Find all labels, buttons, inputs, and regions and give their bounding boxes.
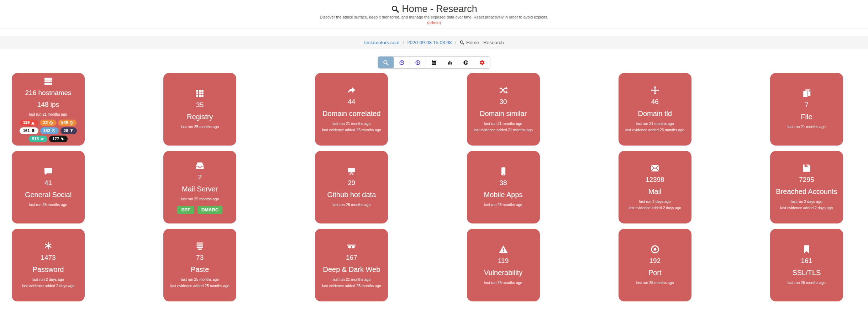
admin-link[interactable]: (admin) xyxy=(427,21,441,25)
count-badge-warning: 119 xyxy=(20,120,38,126)
card-general-social[interactable]: 41General Sociallast run 25 months ago xyxy=(12,151,85,223)
card-tags: SPFDMARC xyxy=(177,206,222,214)
presentation-icon xyxy=(347,167,356,176)
card-meta-line: last run 2 days ago xyxy=(22,276,75,283)
files-icon xyxy=(802,89,811,98)
card-meta-line: last run 2 days ago xyxy=(780,198,833,205)
card-meta-line: last run 25 months ago xyxy=(29,201,67,208)
card-meta-line: last run 25 months ago xyxy=(332,201,370,208)
badge-row: 16119228 xyxy=(20,127,77,134)
card-meta-line: last run 21 months ago xyxy=(625,120,684,127)
card-meta-line: last run 25 months ago xyxy=(170,276,230,283)
count-badge-exchange: 515 xyxy=(29,136,47,142)
exchange-icon xyxy=(40,137,44,141)
gear-icon xyxy=(479,60,485,65)
card-meta-line: last run 25 months ago xyxy=(636,279,674,286)
card-count: 29 xyxy=(348,179,355,187)
breadcrumb-bar: teslamotors.com/2020-09-08 15:03:08/Home… xyxy=(0,36,868,49)
ban-icon xyxy=(69,121,73,125)
warning-icon xyxy=(31,121,35,125)
breadcrumb-item-teslamotors-com[interactable]: teslamotors.com xyxy=(364,40,399,45)
card-count: 46 xyxy=(651,98,659,106)
card-meta: last run 25 months ago xyxy=(636,279,674,286)
card-meta-line: last evidence added 21 months ago xyxy=(474,127,533,133)
card-meta-line: last run 25 months ago xyxy=(484,201,522,208)
cards-row: 1473Passwordlast run 2 days agolast evid… xyxy=(12,229,843,301)
card-meta: last run 21 months agolast evidence adde… xyxy=(322,276,381,289)
card-label: Breached Accounts xyxy=(776,187,837,196)
bars-icon xyxy=(447,60,453,65)
card-file[interactable]: 7Filelast run 21 months ago xyxy=(770,73,843,146)
card-count: 41 xyxy=(44,179,52,187)
card-count: 35 xyxy=(196,101,204,109)
card-216-hostnames[interactable]: 216 hostnames148 ipslast run 21 months a… xyxy=(12,73,85,146)
toolbar-button-research[interactable] xyxy=(378,57,394,68)
card-github-hot-data[interactable]: 29Github hot datalast run 25 months ago xyxy=(315,151,388,223)
card-meta: last run 2 days agolast evidence added 2… xyxy=(628,198,681,211)
toolbar-button-calendar[interactable] xyxy=(426,57,442,68)
card-meta: last run 2 days agolast evidence added 2… xyxy=(780,198,833,211)
card-mail-server[interactable]: 2Mail Serverlast run 25 months agoSPFDMA… xyxy=(163,151,236,223)
bullseye-icon xyxy=(52,129,56,133)
card-meta-line: last run 2 days ago xyxy=(628,198,681,205)
page-title-row: Home - Research xyxy=(0,3,868,15)
card-mail[interactable]: 12398Maillast run 2 days agolast evidenc… xyxy=(619,151,691,223)
bullseye-icon xyxy=(650,244,660,254)
count-badge-bullseye: 192 xyxy=(40,127,59,134)
card-vulnerability[interactable]: 119Vulnerabilitylast run 25 months ago xyxy=(467,229,540,301)
toolbar-button-statistics[interactable] xyxy=(442,57,458,68)
card-meta-line: last run 21 months ago xyxy=(788,123,826,130)
card-label: Domain similar xyxy=(480,109,527,118)
card-registry[interactable]: 35Registrylast run 25 months ago xyxy=(163,73,236,146)
page-subtitle: Discover the attack surface, keep it mon… xyxy=(0,15,868,19)
card-meta: last run 25 months ago xyxy=(29,201,67,208)
server-icon xyxy=(43,77,53,86)
arrows-icon xyxy=(650,85,660,95)
tags-icon xyxy=(61,137,64,141)
count-badge-ban: 549 xyxy=(58,120,77,126)
card-count: 38 xyxy=(499,179,507,187)
card-domain-correlated[interactable]: 44Domain correlatedlast run 21 months ag… xyxy=(315,73,388,146)
card-deep-dark-web[interactable]: 167Deep & Dark Weblast run 21 months ago… xyxy=(315,229,388,301)
card-label: Vulnerability xyxy=(484,268,522,277)
badge-row: 11923549 xyxy=(20,120,77,126)
card-meta-line: last evidence added 25 months ago xyxy=(322,283,381,289)
card-count: 30 xyxy=(499,98,507,106)
card-domain-similar[interactable]: 30Domain similarlast run 21 months agola… xyxy=(467,73,540,146)
card-count: 119 xyxy=(498,257,509,265)
card-label: Mail Server xyxy=(182,185,218,193)
count-badge-tags: 177 xyxy=(49,136,68,142)
tag-dmarc: DMARC xyxy=(198,206,222,214)
card-count: 2 xyxy=(198,173,202,181)
search-icon xyxy=(383,59,389,66)
card-label: Github hot data xyxy=(327,190,376,199)
mobile-icon xyxy=(499,167,508,176)
cards-row: 216 hostnames148 ipslast run 21 months a… xyxy=(12,73,843,146)
card-paste[interactable]: 73Pastelast run 25 months agolast eviden… xyxy=(163,229,236,301)
card-password[interactable]: 1473Passwordlast run 2 days agolast evid… xyxy=(12,229,85,301)
envelope-icon xyxy=(650,163,660,173)
floppy-icon xyxy=(802,163,811,173)
card-meta-line: last run 25 months ago xyxy=(181,196,219,202)
card-label: Mobile Apps xyxy=(484,190,523,199)
card-meta-line: last evidence added 2 days ago xyxy=(628,205,681,211)
toolbar-button-settings[interactable] xyxy=(474,57,490,68)
toolbar-button-dashboard[interactable] xyxy=(394,57,410,68)
card-breached-accounts[interactable]: 7295Breached Accountslast run 2 days ago… xyxy=(770,151,843,223)
toolbar-button-download[interactable] xyxy=(410,57,426,68)
card-meta: last run 25 months ago xyxy=(484,279,522,286)
card-meta: last run 25 months ago xyxy=(332,201,370,208)
card-domain-tld[interactable]: 46Domain tldlast run 21 months agolast e… xyxy=(619,73,691,146)
card-mobile-apps[interactable]: 38Mobile Appslast run 25 months ago xyxy=(467,151,540,223)
breadcrumb-item-home-research: Home - Research xyxy=(459,40,504,45)
card-label: Mail xyxy=(648,187,662,196)
count-badge-ban: 23 xyxy=(40,120,56,126)
toolbar-button-world[interactable] xyxy=(458,57,474,68)
tag-spf: SPF xyxy=(177,206,194,214)
page-header: Home - Research Discover the attack surf… xyxy=(0,0,868,28)
inbox-icon xyxy=(195,161,205,170)
card-ssl-tls[interactable]: 161SSL/TLSlast run 25 months ago xyxy=(770,229,843,301)
card-port[interactable]: 192Portlast run 25 months ago xyxy=(619,229,691,301)
calendar-icon xyxy=(431,60,437,65)
breadcrumb-item-2020-09-08-15-03-08[interactable]: 2020-09-08 15:03:08 xyxy=(407,40,452,45)
